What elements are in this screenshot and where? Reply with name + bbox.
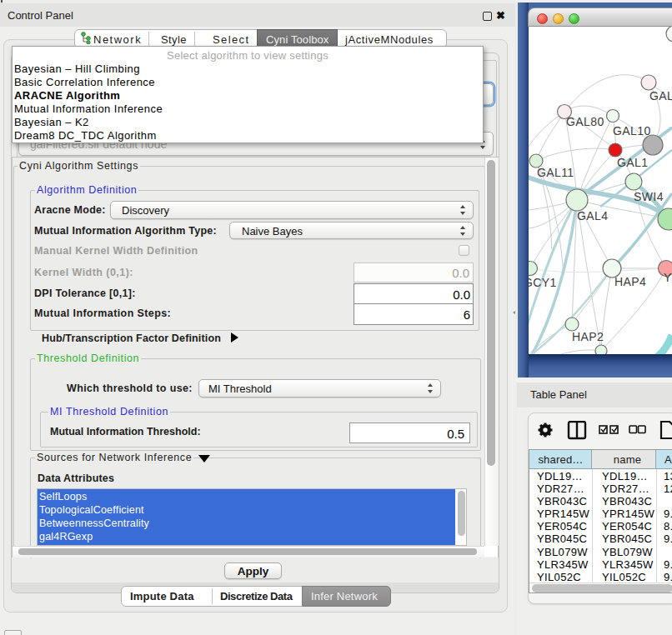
svg-text:YJ: YJ xyxy=(664,271,672,284)
svg-text:GAL4: GAL4 xyxy=(577,209,608,222)
svg-text:HAP2: HAP2 xyxy=(572,330,604,343)
svg-text:GAL11: GAL11 xyxy=(537,166,574,179)
svg-text:SWI4: SWI4 xyxy=(634,190,664,203)
svg-text:GAL7: GAL7 xyxy=(649,89,672,102)
svg-text:GAL1: GAL1 xyxy=(617,156,648,169)
svg-text:GAL10: GAL10 xyxy=(613,124,651,138)
svg-text:GCY1: GCY1 xyxy=(529,276,557,289)
svg-text:GAL80: GAL80 xyxy=(566,115,604,128)
svg-text:HAP4: HAP4 xyxy=(614,275,646,288)
